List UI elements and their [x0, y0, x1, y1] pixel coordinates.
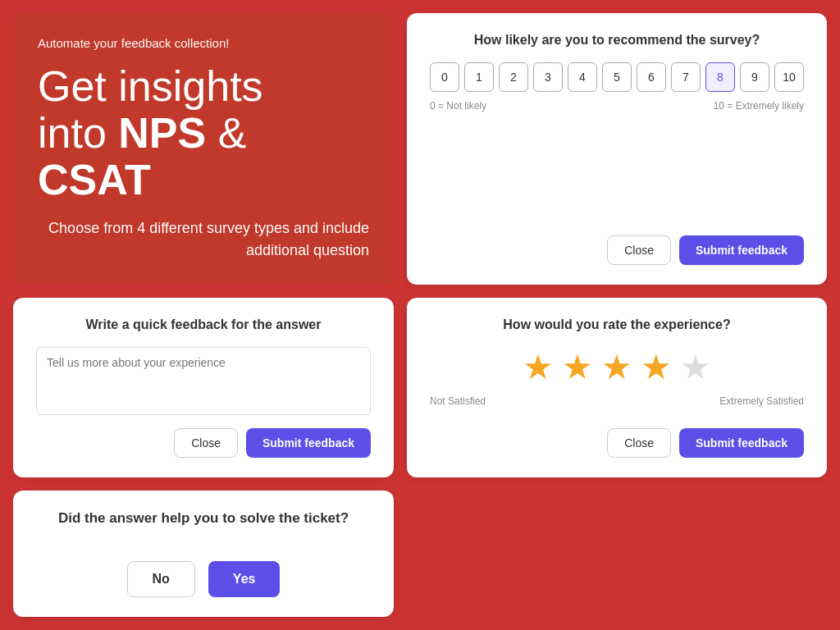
nps-label-high: 10 = Extremely likely [714, 100, 804, 112]
hero-description: Choose from 4 different survey types and… [38, 217, 369, 262]
yesno-card: Did the answer help you to solve the tic… [13, 491, 394, 617]
star-4[interactable]: ★ [641, 347, 672, 387]
star-3[interactable]: ★ [601, 347, 632, 387]
nps-btn-3[interactable]: 3 [533, 62, 563, 92]
star-2[interactable]: ★ [562, 347, 593, 387]
hero-nps-bold: NPS [118, 109, 206, 157]
nps-btn-2[interactable]: 2 [499, 62, 528, 92]
nps-actions: Close Submit feedback [430, 235, 804, 265]
nps-card: How likely are you to recommend the surv… [407, 13, 827, 285]
hero-and: & [206, 109, 246, 157]
nps-btn-9[interactable]: 9 [740, 62, 769, 92]
nps-submit-button[interactable]: Submit feedback [679, 235, 804, 265]
stars-row: ★ ★ ★ ★ ★ [430, 347, 804, 387]
nps-btn-6[interactable]: 6 [637, 62, 666, 92]
star-label-low: Not Satisfied [430, 395, 486, 407]
yes-button[interactable]: Yes [208, 561, 281, 597]
nps-label-low: 0 = Not likely [430, 100, 486, 112]
textarea-submit-button[interactable]: Submit feedback [246, 428, 371, 458]
nps-close-button[interactable]: Close [607, 235, 671, 265]
nps-btn-1[interactable]: 1 [464, 62, 494, 92]
textarea-question: Write a quick feedback for the answer [36, 317, 371, 332]
hero-title-line2: into [38, 109, 118, 157]
star-actions: Close Submit feedback [430, 428, 804, 458]
no-button[interactable]: No [127, 561, 195, 597]
yesno-question: Did the answer help you to solve the tic… [58, 510, 349, 527]
feedback-textarea[interactable] [36, 347, 371, 415]
star-labels: Not Satisfied Extremely Satisfied [430, 395, 804, 407]
hero-csat-bold: CSAT [38, 156, 151, 203]
nps-btn-7[interactable]: 7 [671, 62, 701, 92]
star-close-button[interactable]: Close [607, 428, 671, 458]
hero-panel: Automate your feedback collection! Get i… [13, 13, 394, 285]
nps-numbers-row: 0 1 2 3 4 5 6 7 8 9 10 [430, 62, 804, 92]
star-label-high: Extremely Satisfied [719, 395, 804, 407]
nps-btn-0[interactable]: 0 [430, 62, 459, 92]
star-5[interactable]: ★ [680, 347, 711, 387]
nps-btn-8[interactable]: 8 [705, 62, 735, 92]
textarea-card: Write a quick feedback for the answer Cl… [13, 298, 394, 477]
yesno-buttons-row: No Yes [127, 561, 281, 597]
star-submit-button[interactable]: Submit feedback [679, 428, 804, 458]
star-card: How would you rate the experience? ★ ★ ★… [407, 298, 827, 477]
nps-labels: 0 = Not likely 10 = Extremely likely [430, 100, 804, 112]
hero-subtitle: Automate your feedback collection! [38, 36, 369, 50]
textarea-close-button[interactable]: Close [174, 428, 238, 458]
hero-title-line1: Get insights [38, 62, 263, 110]
nps-btn-4[interactable]: 4 [568, 62, 597, 92]
nps-btn-5[interactable]: 5 [602, 62, 632, 92]
nps-question: How likely are you to recommend the surv… [430, 33, 804, 48]
textarea-actions: Close Submit feedback [36, 428, 371, 458]
nps-btn-10[interactable]: 10 [774, 62, 804, 92]
hero-title: Get insights into NPS & CSAT [38, 63, 369, 204]
star-question: How would you rate the experience? [430, 317, 804, 332]
star-1[interactable]: ★ [523, 347, 554, 387]
